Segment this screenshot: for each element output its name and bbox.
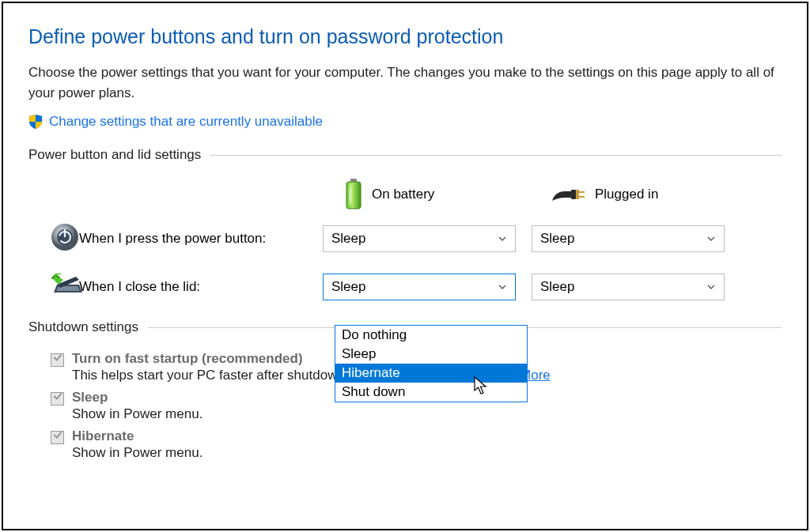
svg-rect-1 [346, 182, 361, 209]
chevron-down-icon [706, 282, 716, 292]
plug-icon [551, 185, 585, 204]
page-title: Define power buttons and turn on passwor… [28, 25, 782, 48]
page-description: Choose the power settings that you want … [28, 62, 782, 103]
row-label-close-lid: When I close the lid: [66, 279, 323, 295]
chevron-down-icon [498, 234, 507, 243]
col-head-battery-label: On battery [372, 187, 434, 202]
column-headers: On battery Plugged in [28, 179, 782, 210]
svg-rect-3 [571, 190, 576, 199]
setting-row-power-button: When I press the power button: Sleep Sle… [28, 223, 782, 255]
col-head-plugged: Plugged in [551, 185, 756, 204]
checkbox-title-sleep: Sleep [72, 390, 108, 405]
battery-icon [345, 179, 362, 210]
combo-close-lid-battery[interactable]: Sleep [323, 274, 516, 300]
svg-rect-4 [576, 190, 579, 199]
svg-rect-0 [350, 179, 357, 182]
checkbox-desc-sleep: Show in Power menu. [72, 406, 782, 422]
chevron-down-icon [706, 234, 716, 243]
section-header-power-button: Power button and lid settings [28, 147, 782, 163]
dropdown-item[interactable]: Do nothing [335, 326, 527, 345]
shield-icon [28, 115, 43, 129]
col-head-plugged-label: Plugged in [595, 187, 658, 202]
change-settings-link[interactable]: Change settings that are currently unava… [49, 114, 323, 130]
svg-point-2 [349, 184, 352, 205]
checkbox-row-hibernate: Hibernate Show in Power menu. [28, 428, 782, 461]
combo-power-button-battery[interactable]: Sleep [323, 225, 516, 252]
setting-row-close-lid: When I close the lid: Sleep Sleep [28, 274, 782, 300]
col-head-battery: On battery [345, 179, 551, 210]
svg-rect-5 [579, 191, 585, 193]
combo-close-lid-plugged[interactable]: Sleep [532, 274, 725, 300]
checkbox-sleep[interactable] [51, 392, 64, 406]
combo-power-button-plugged[interactable]: Sleep [532, 225, 725, 252]
row-label-power-button: When I press the power button: [66, 231, 323, 247]
svg-rect-6 [579, 196, 585, 198]
dropdown-item[interactable]: Shut down [335, 383, 527, 402]
dropdown-item[interactable]: Hibernate [335, 364, 527, 383]
checkbox-fast-startup[interactable] [51, 353, 64, 367]
checkbox-title-fast-startup: Turn on fast startup (recommended) [72, 351, 303, 366]
dropdown-item[interactable]: Sleep [335, 345, 527, 364]
chevron-down-icon [498, 282, 507, 292]
dropdown-close-lid-battery[interactable]: Do nothing Sleep Hibernate Shut down [335, 325, 528, 402]
checkbox-desc-hibernate: Show in Power menu. [72, 445, 782, 461]
checkbox-hibernate[interactable] [51, 431, 64, 444]
checkbox-title-hibernate: Hibernate [72, 428, 134, 443]
